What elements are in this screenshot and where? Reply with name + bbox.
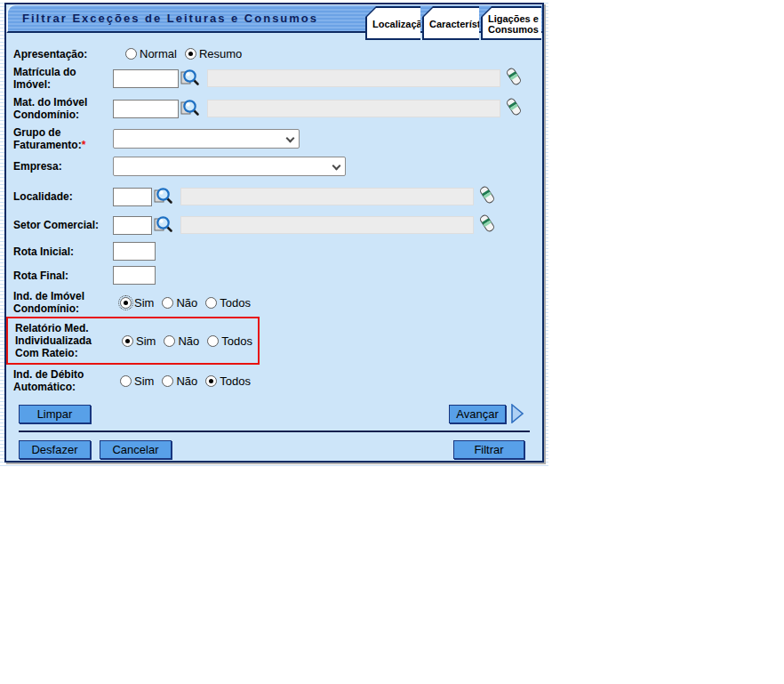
- ind-imovel-condominio-label: Ind. de Imóvel Condomínio:: [13, 290, 113, 315]
- radio-label: Todos: [221, 334, 252, 348]
- radio-label: Sim: [134, 296, 154, 310]
- ind-debito-label: Ind. de Débito Automático:: [13, 368, 113, 393]
- radio-label: Sim: [134, 374, 154, 388]
- row-rota-inicial: Rota Inicial:: [13, 242, 535, 261]
- row-ind-debito-automatico: Ind. de Débito Automático: Sim Não Todos: [13, 368, 535, 393]
- setor-comercial-label: Setor Comercial:: [13, 219, 113, 231]
- tab-ligacoes-label: Ligações e Consumos: [483, 8, 542, 38]
- rota-final-label: Rota Final:: [13, 270, 113, 282]
- tab-localizacao[interactable]: Localização: [365, 6, 420, 40]
- localidade-description-field: [180, 188, 474, 205]
- empresa-label: Empresa:: [13, 160, 113, 173]
- radio-label: Não: [178, 334, 199, 348]
- radio-circle[interactable]: [164, 335, 175, 347]
- radio-relatorio-sim[interactable]: Sim: [122, 334, 156, 348]
- highlight-red-box: Relatório Med. Individualizada Com Ratei…: [6, 317, 260, 365]
- row-localidade: Localidade:: [13, 185, 535, 208]
- page: Filtrar Exceções de Leituras e Consumos …: [0, 0, 784, 684]
- mat-condominio-description-field: [207, 100, 500, 117]
- radio-relatorio-nao[interactable]: Não: [164, 334, 199, 348]
- grupo-faturamento-select[interactable]: [113, 129, 300, 149]
- rota-inicial-label: Rota Inicial:: [13, 245, 113, 258]
- matricula-label: Matrícula do Imóvel:: [13, 66, 113, 91]
- eraser-icon[interactable]: [479, 185, 495, 208]
- row-matricula-imovel: Matrícula do Imóvel:: [13, 66, 535, 91]
- radio-circle[interactable]: [162, 297, 173, 309]
- radio-label: Todos: [220, 296, 251, 310]
- radio-debito-todos[interactable]: Todos: [205, 374, 251, 388]
- radio-label: Não: [176, 296, 197, 310]
- row-apresentacao: Apresentação: Normal Resumo: [13, 47, 535, 60]
- radio-debito-sim[interactable]: Sim: [120, 374, 154, 388]
- radio-label: Todos: [220, 374, 251, 388]
- eraser-icon[interactable]: [506, 67, 522, 90]
- filter-window: Filtrar Exceções de Leituras e Consumos …: [4, 3, 544, 463]
- row-empresa: Empresa:: [13, 157, 535, 176]
- search-icon[interactable]: [154, 214, 173, 237]
- empresa-select-wrap: [113, 157, 346, 176]
- tab-bar: Localização Característica Ligações e Co…: [365, 6, 541, 40]
- setor-comercial-description-field: [180, 216, 474, 234]
- window-titlebar: Filtrar Exceções de Leituras e Consumos …: [6, 4, 542, 33]
- radio-circle[interactable]: [185, 48, 196, 60]
- cancelar-button[interactable]: Cancelar: [100, 440, 172, 459]
- radio-circle[interactable]: [125, 48, 137, 60]
- radio-label: Resumo: [199, 47, 242, 60]
- relatorio-rateio-label: Relatório Med. Individualizada Com Ratei…: [15, 322, 115, 359]
- radio-circle[interactable]: [205, 375, 217, 387]
- radio-circle[interactable]: [120, 375, 132, 387]
- localidade-label: Localidade:: [13, 190, 113, 203]
- radio-ind-imovel-sim[interactable]: Sim: [120, 296, 154, 310]
- radio-circle[interactable]: [162, 375, 173, 387]
- filtrar-button[interactable]: Filtrar: [453, 440, 524, 459]
- empresa-select[interactable]: [113, 157, 346, 176]
- row-rota-final: Rota Final:: [13, 266, 535, 285]
- desfazer-button[interactable]: Desfazer: [19, 440, 91, 459]
- rota-final-input[interactable]: [113, 266, 156, 285]
- row-ind-imovel-condominio: Ind. de Imóvel Condomínio: Sim Não Todos: [13, 290, 535, 315]
- radio-label: Sim: [136, 334, 156, 348]
- apresentacao-radio-group: Normal Resumo: [125, 47, 250, 60]
- radio-debito-nao[interactable]: Não: [162, 374, 197, 388]
- avancar-button[interactable]: Avançar: [449, 405, 506, 423]
- radio-apresentacao-normal[interactable]: Normal: [125, 47, 177, 60]
- radio-circle[interactable]: [207, 335, 219, 347]
- search-icon[interactable]: [180, 68, 200, 90]
- grupo-faturamento-label: Grupo de Faturamento:*: [13, 126, 113, 151]
- radio-relatorio-todos[interactable]: Todos: [207, 334, 252, 348]
- matricula-input[interactable]: [113, 69, 179, 88]
- radio-ind-imovel-nao[interactable]: Não: [162, 296, 197, 310]
- radio-label: Não: [176, 374, 197, 388]
- ind-debito-radio-group: Sim Não Todos: [120, 374, 259, 388]
- radio-circle[interactable]: [120, 297, 132, 309]
- actions-row-2: Desfazer Cancelar Filtrar: [19, 440, 524, 459]
- radio-circle[interactable]: [122, 335, 133, 347]
- rota-inicial-input[interactable]: [113, 242, 156, 261]
- grupo-faturamento-select-wrap: [113, 129, 300, 149]
- actions-row-1: Limpar Avançar: [19, 404, 524, 423]
- required-asterisk: *: [82, 139, 86, 151]
- row-setor-comercial: Setor Comercial:: [13, 213, 535, 237]
- radio-apresentacao-resumo[interactable]: Resumo: [185, 47, 242, 60]
- eraser-icon[interactable]: [506, 97, 522, 120]
- form-content: Apresentação: Normal Resumo Matrícula do…: [6, 33, 542, 459]
- relatorio-rateio-radio-group: Sim Não Todos: [122, 334, 260, 348]
- mat-condominio-input[interactable]: [113, 100, 179, 118]
- tab-localizacao-label: Localização: [367, 8, 431, 38]
- mat-condominio-label: Mat. do Imóvel Condomínio:: [13, 96, 113, 121]
- setor-comercial-input[interactable]: [113, 216, 152, 235]
- matricula-description-field: [207, 69, 500, 87]
- next-arrow-icon[interactable]: [510, 404, 524, 423]
- button-separator: [19, 431, 530, 432]
- limpar-button[interactable]: Limpar: [19, 405, 91, 423]
- localidade-input[interactable]: [113, 188, 152, 206]
- eraser-icon[interactable]: [479, 213, 495, 237]
- apresentacao-label: Apresentação:: [13, 48, 113, 60]
- tab-ligacoes-e-consumos[interactable]: Ligações e Consumos: [481, 6, 541, 40]
- search-icon[interactable]: [154, 186, 173, 208]
- radio-circle[interactable]: [205, 297, 217, 309]
- tab-caracteristica[interactable]: Característica: [422, 6, 479, 40]
- row-grupo-faturamento: Grupo de Faturamento:*: [13, 126, 535, 151]
- radio-ind-imovel-todos[interactable]: Todos: [205, 296, 251, 310]
- search-icon[interactable]: [180, 98, 200, 120]
